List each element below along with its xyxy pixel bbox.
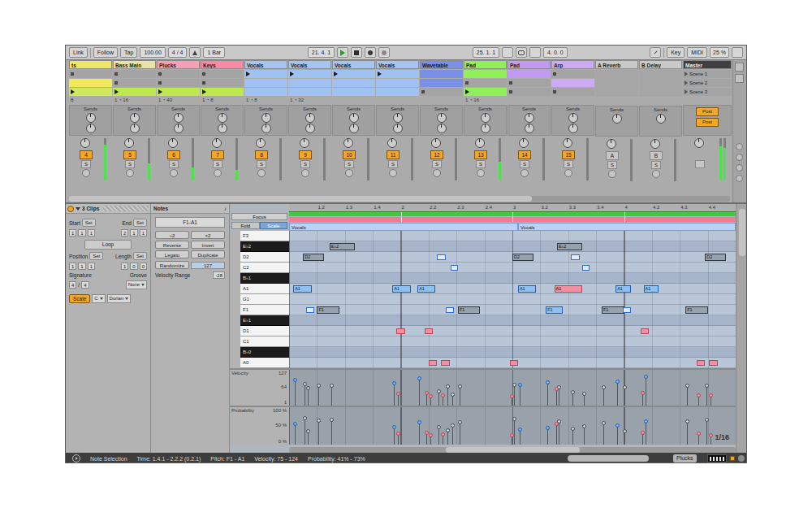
metronome-button[interactable] xyxy=(189,47,201,58)
pan-knob[interactable] xyxy=(607,139,616,149)
clip-slot[interactable] xyxy=(508,88,551,96)
post-toggle[interactable]: Post xyxy=(696,107,719,116)
midi-note[interactable] xyxy=(396,328,404,334)
midi-note[interactable]: D2 xyxy=(303,254,324,261)
piano-key[interactable]: D1 xyxy=(240,326,289,336)
clip-slot[interactable] xyxy=(420,79,463,87)
arm-button[interactable] xyxy=(477,169,485,177)
signature-numerator-field[interactable]: 4 xyxy=(69,281,76,289)
draw-mode-button[interactable] xyxy=(650,47,661,58)
selected-track-badge[interactable]: Plucks xyxy=(673,454,697,462)
clip-slot[interactable] xyxy=(201,79,244,87)
arm-button[interactable] xyxy=(170,169,178,177)
clip-loop-bar-pink[interactable] xyxy=(289,217,736,222)
clip-slot[interactable] xyxy=(113,88,156,96)
midi-note[interactable] xyxy=(429,360,437,366)
midi-note[interactable]: A1 xyxy=(518,285,536,293)
quantize-menu[interactable]: 1 Bar xyxy=(203,47,225,58)
send-knob[interactable] xyxy=(525,113,534,123)
start-bar-field[interactable]: 1 xyxy=(69,229,76,237)
time-signature-display[interactable]: 4 / 4 xyxy=(168,47,188,58)
scale-name-select[interactable]: Dorian xyxy=(107,294,132,303)
send-knob[interactable] xyxy=(393,124,403,133)
play-button[interactable] xyxy=(337,47,348,58)
loop-start-display[interactable]: 25. 1. 1 xyxy=(473,47,499,58)
midi-note[interactable]: D2 xyxy=(705,254,726,261)
pan-knob[interactable] xyxy=(343,138,353,148)
editor-scrollbar[interactable] xyxy=(289,447,736,453)
arm-button[interactable] xyxy=(126,169,134,177)
velocity-range-field[interactable]: -28 xyxy=(213,271,225,279)
scale-mode-button[interactable]: Scale xyxy=(69,294,90,303)
set-length-button[interactable]: Set xyxy=(133,252,147,260)
send-knob[interactable] xyxy=(481,113,490,123)
send-knob[interactable] xyxy=(130,124,140,133)
clip-slot[interactable] xyxy=(157,70,200,78)
double-time-button[interactable]: ×2 xyxy=(191,231,225,239)
follow-button[interactable]: Follow xyxy=(93,47,118,58)
track-activator[interactable]: B xyxy=(650,151,663,160)
key-map-button[interactable]: Key xyxy=(667,47,685,58)
solo-button[interactable]: S xyxy=(564,160,573,168)
reverse-button[interactable]: Reverse xyxy=(155,241,189,249)
pan-knob[interactable] xyxy=(563,138,572,148)
midi-note[interactable] xyxy=(510,360,518,366)
midi-note[interactable]: A1 xyxy=(293,285,311,293)
arm-button[interactable] xyxy=(257,169,266,177)
clip-header[interactable]: Vocals xyxy=(289,223,518,231)
groove-select[interactable]: None xyxy=(126,280,147,289)
clip-slot[interactable] xyxy=(201,70,244,78)
solo-button[interactable]: S xyxy=(300,160,310,168)
midi-note[interactable]: A1 xyxy=(417,285,435,293)
track-header[interactable]: Bass Main xyxy=(113,60,156,69)
send-knob[interactable] xyxy=(656,114,666,124)
solo-button[interactable]: S xyxy=(651,161,661,169)
arm-button[interactable] xyxy=(389,169,397,177)
send-knob[interactable] xyxy=(305,124,315,133)
midi-note[interactable]: F1 xyxy=(458,306,481,314)
clip-slot[interactable] xyxy=(332,88,375,96)
clip-slot[interactable] xyxy=(244,88,287,96)
midi-note[interactable] xyxy=(451,265,458,271)
clip-slot[interactable] xyxy=(69,88,112,96)
track-activator[interactable]: 15 xyxy=(562,150,575,159)
piano-key[interactable]: A0 xyxy=(240,358,289,368)
status-corner-icon[interactable] xyxy=(738,455,745,462)
midi-note[interactable] xyxy=(571,254,579,260)
midi-note[interactable] xyxy=(446,307,454,313)
clip-slot[interactable] xyxy=(157,88,200,96)
length-bar-field[interactable]: 1 xyxy=(121,263,128,270)
midi-note[interactable]: A1 xyxy=(392,285,410,293)
midi-note[interactable]: A1 xyxy=(615,285,631,293)
track-header[interactable]: Keys xyxy=(201,60,244,69)
set-start-button[interactable]: Set xyxy=(82,219,96,227)
track-activator[interactable]: 5 xyxy=(123,150,136,159)
pan-knob[interactable] xyxy=(212,138,222,148)
clip-slot[interactable] xyxy=(113,70,156,78)
note-grid[interactable]: E♭2E♭2D2D2D2A1A1A1A1A1A1A1F1F1F1F1F1 xyxy=(289,231,736,368)
solo-button[interactable]: S xyxy=(213,160,222,168)
arm-button[interactable] xyxy=(433,169,441,177)
scene-slot[interactable]: Scene 1 xyxy=(683,70,732,78)
track-header[interactable]: Wavetable xyxy=(420,60,463,69)
midi-note[interactable] xyxy=(641,328,649,334)
length-sixteenth-field[interactable]: 0 xyxy=(140,263,147,270)
pan-knob[interactable] xyxy=(650,139,660,149)
piano-key[interactable]: E♭2 xyxy=(240,241,289,252)
pan-knob[interactable] xyxy=(300,138,309,148)
loop-length-display[interactable]: 4. 0. 0 xyxy=(543,47,567,58)
arm-button[interactable] xyxy=(520,169,529,177)
duplicate-button[interactable]: Duplicate xyxy=(191,250,225,258)
track-header[interactable]: Vocals xyxy=(376,60,419,69)
post-toggle[interactable]: Post xyxy=(696,118,719,127)
clip-slot[interactable] xyxy=(551,88,594,96)
end-beat-field[interactable]: 1 xyxy=(130,229,137,237)
send-knob[interactable] xyxy=(218,124,227,133)
punch-in-button[interactable] xyxy=(502,47,513,58)
midi-note[interactable]: F1 xyxy=(546,306,563,314)
solo-button[interactable]: S xyxy=(257,160,266,168)
piano-key[interactable]: D2 xyxy=(240,252,289,263)
arm-button[interactable] xyxy=(301,169,309,177)
midi-note[interactable]: F1 xyxy=(317,306,339,314)
length-beat-field[interactable]: 0 xyxy=(130,263,137,270)
